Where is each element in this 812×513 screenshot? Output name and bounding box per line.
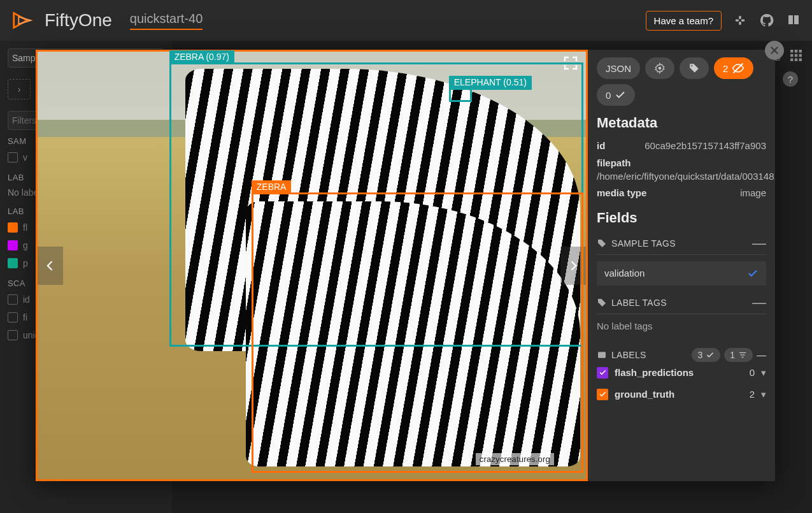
labels-filter-pill[interactable]: 1 — [724, 348, 753, 362]
slack-icon[interactable] — [732, 12, 748, 29]
app-title: FiftyOne — [45, 10, 112, 31]
svg-rect-21 — [739, 352, 746, 352]
collapse-icon[interactable]: — — [757, 349, 766, 360]
check-icon — [747, 268, 759, 279]
sample-tag-validation[interactable]: validation — [597, 261, 766, 285]
mediatype-key: media type — [597, 187, 646, 198]
svg-rect-22 — [741, 354, 745, 355]
svg-rect-23 — [741, 356, 744, 357]
hidden-labels-pill[interactable]: 2 — [714, 57, 753, 79]
svg-rect-12 — [790, 59, 794, 62]
mediatype-value: image — [740, 187, 766, 198]
label-swatch — [597, 389, 608, 400]
json-button[interactable]: JSON — [597, 57, 640, 79]
bbox-label: ZEBRA (0.97) — [169, 50, 234, 64]
label-swatch — [597, 367, 608, 379]
svg-rect-14 — [799, 59, 802, 62]
id-key: id — [597, 140, 605, 151]
github-icon[interactable] — [759, 12, 775, 29]
svg-rect-6 — [790, 50, 794, 53]
label-row-flash_predictions[interactable]: flash_predictions0▾ — [597, 362, 766, 384]
help-icon[interactable]: ? — [783, 71, 798, 87]
prev-sample-button[interactable] — [38, 247, 63, 285]
svg-rect-11 — [799, 54, 802, 57]
svg-rect-4 — [739, 16, 741, 20]
metadata-heading: Metadata — [597, 115, 766, 131]
svg-rect-2 — [736, 19, 739, 22]
label-count: 0 — [750, 367, 755, 378]
svg-rect-3 — [741, 19, 745, 22]
label-name: ground_truth — [615, 389, 743, 400]
sample-viewer[interactable]: crazycreatures.org ZEBRA (0.97)ELEPHANT … — [36, 50, 588, 481]
svg-rect-13 — [795, 59, 798, 62]
fiftyone-logo — [10, 8, 34, 33]
no-label-tags-text: No label tags — [597, 314, 766, 338]
app-header: FiftyOne quickstart-40 Have a team? — [0, 0, 812, 41]
svg-rect-20 — [598, 352, 606, 358]
label-count: 2 — [750, 389, 755, 400]
filepath-value: /home/eric/fiftyone/quickstart/data/0031… — [597, 168, 766, 185]
dataset-selector[interactable]: quickstart-40 — [130, 11, 203, 30]
collapse-icon[interactable]: — — [752, 236, 766, 250]
chevron-down-icon[interactable]: ▾ — [761, 389, 766, 400]
bbox-label: ZEBRA — [252, 180, 292, 194]
grid-view-icon[interactable] — [790, 50, 803, 62]
bbox-zebra[interactable]: ZEBRA — [252, 192, 583, 473]
add-stage-button[interactable]: › — [8, 79, 31, 99]
chevron-down-icon[interactable]: ▾ — [761, 367, 766, 379]
label-name: flash_predictions — [615, 367, 743, 378]
sample-modal: crazycreatures.org ZEBRA (0.97)ELEPHANT … — [36, 50, 775, 481]
sample-details-panel: JSON 2 0 Metadata id60ca9e2b157157143ff7… — [588, 50, 775, 481]
label-tags-subhead[interactable]: LABEL TAGS — — [597, 296, 766, 314]
bbox-label: ELEPHANT (0.51) — [449, 76, 532, 90]
svg-rect-5 — [739, 22, 741, 25]
label-row-ground_truth[interactable]: ground_truth2▾ — [597, 384, 766, 405]
settings-button[interactable] — [645, 57, 674, 79]
filepath-key: filepath — [597, 157, 766, 168]
labels-subhead[interactable]: LABELS 3 1 — — [597, 348, 766, 362]
svg-marker-1 — [18, 17, 31, 24]
svg-rect-7 — [795, 50, 798, 53]
tags-button[interactable] — [680, 57, 709, 79]
svg-rect-10 — [795, 54, 798, 57]
fields-heading: Fields — [597, 210, 766, 226]
labels-check-pill[interactable]: 3 — [692, 348, 720, 362]
docs-icon[interactable] — [785, 12, 802, 29]
have-team-button[interactable]: Have a team? — [646, 11, 722, 31]
sample-tags-subhead[interactable]: SAMPLE TAGS — — [597, 236, 766, 255]
svg-point-17 — [659, 67, 662, 70]
svg-point-18 — [691, 65, 692, 66]
selected-labels-pill[interactable]: 0 — [597, 84, 635, 106]
bbox-elephant-0-51-[interactable]: ELEPHANT (0.51) — [449, 88, 472, 101]
svg-rect-9 — [790, 54, 794, 57]
close-button[interactable] — [765, 41, 784, 60]
id-value: 60ca9e2b157157143ff7a903 — [645, 140, 766, 151]
svg-rect-8 — [799, 50, 802, 53]
svg-marker-0 — [14, 13, 27, 28]
collapse-icon[interactable]: — — [752, 296, 766, 310]
